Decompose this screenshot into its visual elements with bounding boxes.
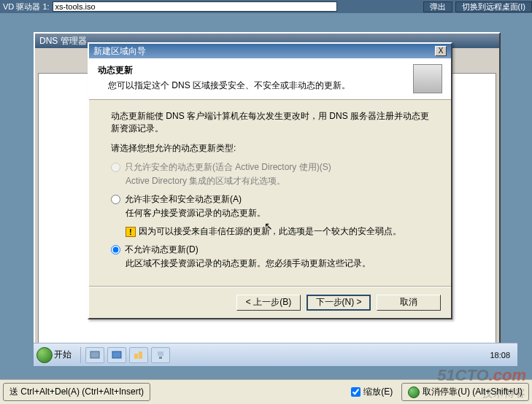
- wizard-title-text: 新建区域向导: [93, 45, 146, 58]
- radio-option-none[interactable]: 不允许动态更新(D): [111, 244, 429, 256]
- task-icon-4[interactable]: [151, 347, 170, 363]
- task-icon-1[interactable]: [85, 347, 104, 363]
- wizard-header: 动态更新 您可以指定这个 DNS 区域接受安全、不安全或非动态的更新。: [89, 58, 451, 100]
- radio-nonsecure-sub2: 因为可以接受来自非信任源的更新，此选项是一个较大的安全弱点。: [126, 225, 429, 238]
- svg-rect-0: [90, 351, 99, 358]
- back-button[interactable]: < 上一步(B): [236, 295, 301, 311]
- vm-top-bar: VD 驱动器 1: 弹出 切换到远程桌面(I): [0, 0, 532, 13]
- radio-secure-sub: Active Directory 集成的区域才有此选项。: [126, 175, 429, 187]
- radio-nonsecure-label: 允许非安全和安全动态更新(A): [125, 193, 429, 206]
- undock-icon: [408, 386, 420, 398]
- svg-rect-2: [134, 354, 138, 359]
- close-icon[interactable]: X: [435, 46, 447, 56]
- drive-label: VD 驱动器 1:: [0, 1, 53, 12]
- remote-desktop: DNS 管理器 新建区域向导 X 动态更新 您可以指定这个 DNS 区域接受安全…: [0, 13, 532, 379]
- radio-nonsecure-input[interactable]: [111, 195, 120, 204]
- radio-secure-input: [111, 163, 120, 172]
- task-icon-2[interactable]: [107, 347, 126, 363]
- switch-remote-button[interactable]: 切换到远程桌面(I): [455, 1, 532, 12]
- wizard-intro1: 动态更新能使 DNS 客户端计算机在每次发生更改时，用 DNS 服务器注册并动态…: [111, 110, 429, 135]
- task-icon-3[interactable]: [129, 347, 148, 363]
- wizard-header-icon: [413, 64, 442, 93]
- start-orb-icon[interactable]: [36, 347, 53, 363]
- cancel-button[interactable]: 取消: [377, 295, 441, 311]
- drive-value-input[interactable]: [53, 1, 337, 12]
- radio-none-input[interactable]: [111, 245, 120, 255]
- warning-icon: [126, 227, 136, 237]
- undock-button[interactable]: 取消停靠(U) (Alt+Shift+U): [401, 383, 529, 401]
- next-button[interactable]: 下一步(N) >: [307, 295, 371, 311]
- scale-label: 缩放(E): [363, 386, 393, 398]
- taskbar: 开始 18:08: [34, 343, 517, 366]
- scale-checkbox[interactable]: 缩放(E): [351, 386, 393, 398]
- new-zone-wizard: 新建区域向导 X 动态更新 您可以指定这个 DNS 区域接受安全、不安全或非动态…: [88, 42, 452, 319]
- taskbar-separator: [80, 347, 81, 363]
- wizard-head-subtitle: 您可以指定这个 DNS 区域接受安全、不安全或非动态的更新。: [98, 79, 407, 92]
- wizard-titlebar[interactable]: 新建区域向导 X: [89, 44, 451, 58]
- svg-rect-1: [112, 351, 121, 358]
- wizard-body: 动态更新能使 DNS 客户端计算机在每次发生更改时，用 DNS 服务器注册并动态…: [89, 100, 451, 281]
- wizard-intro2: 请选择您想允许的动态更新类型:: [111, 142, 429, 155]
- wizard-head-title: 动态更新: [98, 64, 407, 77]
- mouse-cursor-icon: ↖: [264, 220, 273, 232]
- svg-rect-4: [158, 351, 163, 356]
- wizard-button-row: < 上一步(B) 下一步(N) > 取消: [89, 287, 451, 318]
- host-control-bar: 送 Ctrl+Alt+Del(A) (Ctrl+Alt+Insert) 缩放(E…: [0, 379, 532, 404]
- radio-option-nonsecure[interactable]: 允许非安全和安全动态更新(A): [111, 193, 429, 206]
- radio-nonsecure-sub1: 任何客户接受资源记录的动态更新。: [126, 207, 429, 220]
- eject-button[interactable]: 弹出: [423, 1, 452, 12]
- taskbar-clock[interactable]: 18:08: [485, 351, 514, 360]
- send-cad-button[interactable]: 送 Ctrl+Alt+Del(A) (Ctrl+Alt+Insert): [3, 383, 150, 401]
- start-label[interactable]: 开始: [54, 349, 72, 361]
- radio-option-secure[interactable]: 只允许安全的动态更新(适合 Active Directory 使用)(S): [111, 161, 429, 174]
- svg-rect-3: [139, 351, 142, 359]
- radio-none-sub: 此区域不接受资源记录的动态更新。您必须手动更新这些记录。: [126, 257, 429, 270]
- radio-secure-label: 只允许安全的动态更新(适合 Active Directory 使用)(S): [125, 161, 429, 174]
- scale-checkbox-input[interactable]: [351, 387, 361, 397]
- svg-rect-5: [159, 357, 162, 359]
- radio-none-label: 不允许动态更新(D): [125, 244, 429, 256]
